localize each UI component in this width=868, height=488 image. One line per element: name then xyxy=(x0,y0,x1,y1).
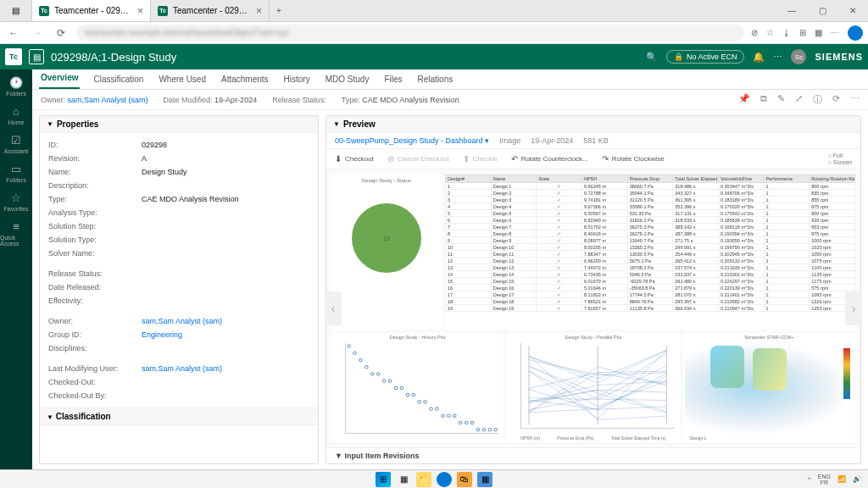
star-icon[interactable]: ☆ xyxy=(766,28,774,37)
properties-header[interactable]: ▼Properties xyxy=(40,116,318,133)
parallel-plot: Design Study - Parallel Plot NPSH (m) Pr… xyxy=(507,333,679,442)
refresh-button[interactable]: ⟳ xyxy=(53,27,70,39)
preview-header[interactable]: ▼Preview xyxy=(326,116,860,133)
property-row: Solution Step: xyxy=(48,219,309,233)
table-row: 8Design 8✓8.40618 m26279.1 Pa287.388 s0.… xyxy=(446,230,855,237)
tray-chevron[interactable]: ^ xyxy=(808,475,811,483)
browser-tab-1[interactable]: Tc Teamcenter - 029298/A;1-Desig × xyxy=(32,0,151,21)
table-header: VolumetricFlow xyxy=(718,175,764,183)
search-icon[interactable]: 🔍 xyxy=(646,52,658,63)
property-label: Disciplines: xyxy=(48,344,142,352)
more-icon[interactable]: ⋯ xyxy=(831,28,839,37)
rotate-ccw-button[interactable]: ↶Rotate Counterclock... xyxy=(511,154,588,164)
input-item-revisions-header[interactable]: ▼ Input Item Revisions xyxy=(326,447,860,463)
properties-panel: ▼Properties ID:029298Revision:AName:Desi… xyxy=(39,115,319,464)
property-value[interactable]: sam,Sam Analyst (sam) xyxy=(142,364,222,373)
owner-link[interactable]: sam,Sam Analyst (sam) xyxy=(68,96,148,104)
url-input[interactable]: teamcenter.example.internal/aws/showObje… xyxy=(76,25,744,42)
checkout-button[interactable]: ⬇Checkout xyxy=(335,154,374,164)
more-icon[interactable]: ⋯ xyxy=(850,93,860,106)
language-indicator[interactable]: ENGFR xyxy=(818,474,831,485)
close-icon[interactable]: × xyxy=(256,5,262,17)
rotate-cw-button[interactable]: ↷Rotate Clockwise xyxy=(602,154,665,164)
property-label: Solution Type: xyxy=(48,236,142,244)
forward-button[interactable]: → xyxy=(29,27,46,39)
tab-relations[interactable]: Relations xyxy=(416,71,455,89)
classification-header[interactable]: ▼ Classification xyxy=(40,408,318,425)
next-image-button[interactable]: › xyxy=(845,291,862,325)
bell-icon[interactable]: 🔔 xyxy=(753,52,765,63)
tab-attachments[interactable]: Attachments xyxy=(220,71,270,89)
property-row: Revision:A xyxy=(48,152,309,165)
close-icon[interactable]: × xyxy=(137,5,143,17)
rotate-cw-icon: ↷ xyxy=(602,154,609,164)
info-icon[interactable]: ⓘ xyxy=(813,93,822,106)
maximize-button[interactable]: ▢ xyxy=(807,0,837,21)
property-row: Description: xyxy=(48,179,309,192)
start-button[interactable]: ⊞ xyxy=(376,472,391,487)
tab-history[interactable]: History xyxy=(282,71,312,89)
download-icon[interactable]: ⭳ xyxy=(782,28,791,37)
wifi-icon[interactable]: 📶 xyxy=(837,475,846,483)
table-row: 4Design 4✓9.67306 m33580.1 Pa352.396 s0.… xyxy=(446,203,855,210)
clock-icon: 🕐 xyxy=(9,76,23,89)
property-label: Checked-Out By: xyxy=(48,391,142,400)
rail-folders2[interactable]: ▭Folders xyxy=(6,159,25,186)
edit-icon[interactable]: ✎ xyxy=(777,93,785,106)
ecn-badge[interactable]: 🔒 No Active ECN xyxy=(666,50,745,64)
profile-avatar[interactable] xyxy=(848,25,863,41)
property-row: Type:CAE MDO Analysis Revision xyxy=(48,192,309,206)
table-header: Performance xyxy=(764,175,810,183)
more-icon[interactable]: ⋯ xyxy=(773,52,782,63)
tab-mdo-study[interactable]: MDO Study xyxy=(324,71,371,89)
property-value[interactable]: sam,Sam Analyst (sam) xyxy=(142,317,222,325)
rail-favorites[interactable]: ☆Favorites xyxy=(4,188,29,215)
open-icon[interactable]: ⤢ xyxy=(795,93,803,106)
preview-doc-link[interactable]: 00-SweepPump_Design Study - Dashboard ▾ xyxy=(335,136,489,145)
summary-bar: Owner: sam,Sam Analyst (sam) Date Modifi… xyxy=(32,90,868,110)
property-row: Group ID:Engineering xyxy=(48,328,309,341)
user-badge[interactable]: Sc xyxy=(791,49,806,64)
history-plot: Design Study - History Plot xyxy=(331,333,504,442)
collections-icon[interactable]: ▦ xyxy=(815,28,822,37)
store-icon[interactable]: 🛍 xyxy=(457,472,472,487)
property-value: Design Study xyxy=(142,168,187,176)
page-title: 029298/A;1-Design Study xyxy=(51,51,176,64)
extensions-icon[interactable]: ⊞ xyxy=(799,28,806,37)
browser-system-tab[interactable]: ▤ xyxy=(0,0,32,21)
task-view[interactable]: ▦ xyxy=(396,472,411,487)
list-icon: ≡ xyxy=(13,220,19,233)
teamcenter-logo[interactable]: Tc xyxy=(5,48,22,65)
siemens-logo: SIEMENS xyxy=(815,52,863,62)
svg-point-8 xyxy=(394,386,398,390)
property-label: Checked-Out: xyxy=(48,378,142,386)
rail-folders[interactable]: 🕐Folders xyxy=(6,73,25,100)
svg-point-14 xyxy=(430,408,433,411)
app-icon[interactable]: ▦ xyxy=(477,472,492,487)
property-label: ID: xyxy=(48,141,142,149)
rail-assistant[interactable]: ☑Assistant xyxy=(4,130,28,158)
assistant-icon: ☑ xyxy=(11,134,21,147)
tab-where-used[interactable]: Where Used xyxy=(157,71,208,89)
rail-quick-access[interactable]: ≡Quick Access xyxy=(0,217,32,250)
refresh-icon[interactable]: ⟳ xyxy=(832,93,840,106)
rail-home[interactable]: ⌂Home xyxy=(8,102,25,129)
property-row: Checked-Out By: xyxy=(48,389,309,402)
property-value[interactable]: Engineering xyxy=(142,330,182,339)
browser-tab-2[interactable]: Tc Teamcenter - 029291/A;1-Desig × xyxy=(151,0,270,21)
copy-icon[interactable]: ⧉ xyxy=(760,93,767,106)
tab-files[interactable]: Files xyxy=(382,71,403,89)
tab-overview[interactable]: Overview xyxy=(39,69,80,89)
back-button[interactable]: ← xyxy=(5,27,22,39)
close-button[interactable]: ✕ xyxy=(837,0,868,21)
minimize-button[interactable]: — xyxy=(776,0,807,21)
explorer-icon[interactable]: 📁 xyxy=(416,472,431,487)
tab-classification[interactable]: Classification xyxy=(92,71,145,89)
new-tab-button[interactable]: + xyxy=(270,0,288,21)
edge-icon[interactable] xyxy=(437,472,452,487)
sync-icon[interactable]: ⊘ xyxy=(751,28,758,37)
prev-image-button[interactable]: ‹ xyxy=(325,291,342,325)
teamcenter-favicon: Tc xyxy=(39,6,49,16)
volume-icon[interactable]: 🔊 xyxy=(853,475,861,483)
pin-icon[interactable]: 📌 xyxy=(738,93,750,106)
